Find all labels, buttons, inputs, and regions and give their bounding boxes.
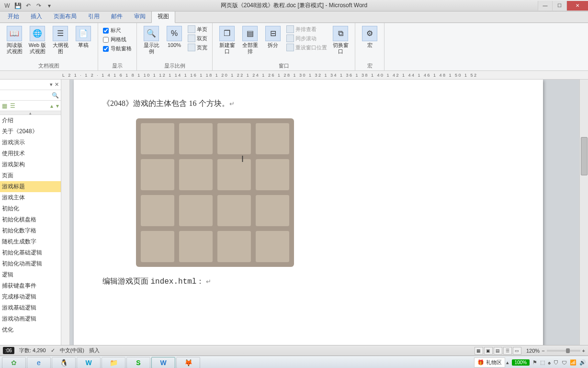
read-layout-button[interactable]: 📖阅读版式视图 [4, 25, 25, 56]
tray-icon[interactable]: ⛉ [554, 360, 559, 366]
taskbar-word-icon[interactable]: W [151, 357, 175, 368]
tab-mailings[interactable]: 邮件 [105, 11, 128, 23]
document-page[interactable]: 《2048》游戏的主体包含 16 个方块。↵ I 编辑游戏页面 index.ht… [74, 80, 543, 345]
outline-item[interactable]: 游戏动画逻辑 [0, 313, 61, 324]
web-layout-status-icon[interactable]: ▤ [494, 347, 502, 355]
tab-insert[interactable]: 插入 [25, 11, 48, 23]
outline-item[interactable]: 游戏架构 [0, 159, 61, 170]
tray-icon[interactable]: ♠ [548, 360, 551, 366]
spellcheck-icon[interactable]: ✓ [51, 347, 55, 354]
split-button[interactable]: ⊟拆分 [262, 25, 283, 49]
arrange-all-button[interactable]: ▤全部重排 [239, 25, 260, 56]
outline-item[interactable]: 使用技术 [0, 148, 61, 159]
outline-item[interactable]: 捕获键盘事件 [0, 280, 61, 291]
outline-item[interactable]: 初始化数字格 [0, 225, 61, 236]
page-width-button[interactable]: 页宽 [187, 43, 208, 52]
tray-icon[interactable]: ⚑ [532, 359, 537, 366]
qat-dropdown-icon[interactable]: ▾ [45, 1, 54, 10]
gift-area-widget[interactable]: 🎁礼物区 [474, 357, 505, 368]
headings-tab-icon[interactable]: ▦ [2, 103, 7, 109]
zoom-in-button[interactable]: + [582, 348, 585, 354]
vertical-scrollbar[interactable] [579, 80, 588, 345]
outline-item[interactable]: 关于《2048》 [0, 126, 61, 137]
document-text-line1[interactable]: 《2048》游戏的主体包含 16 个方块。↵ [102, 99, 514, 109]
tray-shield-icon[interactable]: 🛡 [562, 360, 567, 366]
group-window: ❐新建窗口 ▤全部重排 ⊟拆分 并排查看 同步滚动 重设窗口位置 ⧉切换窗口 窗… [213, 23, 355, 70]
horizontal-ruler[interactable]: L 2 1 · 1 2 · 1 4 1 6 1 8 1 10 1 12 1 14… [0, 71, 588, 80]
outline-item[interactable]: 介绍 [0, 115, 61, 126]
outline-item[interactable]: 页面 [0, 170, 61, 181]
insert-mode[interactable]: 插入 [89, 347, 100, 354]
two-pages-button[interactable]: 双页 [187, 34, 208, 43]
tab-view[interactable]: 视图 [151, 10, 175, 23]
zoom-slider[interactable] [547, 350, 580, 352]
tab-references[interactable]: 引用 [82, 11, 105, 23]
draft-status-icon[interactable]: ▭ [513, 347, 521, 355]
outline-item-selected[interactable]: 游戏标题 [0, 181, 61, 192]
outline-item[interactable]: 逻辑 [0, 269, 61, 280]
ruler-checkbox[interactable]: 标尺 [103, 27, 132, 34]
tab-review[interactable]: 审阅 [128, 11, 151, 23]
print-layout-icon[interactable]: ▦ [475, 347, 483, 355]
grid-cell [217, 159, 251, 190]
tab-home[interactable]: 开始 [2, 11, 25, 23]
outline-item[interactable]: 游戏演示 [0, 137, 61, 148]
tray-icon[interactable]: ⬚ [540, 359, 545, 366]
outline-item[interactable]: 初始化 [0, 203, 61, 214]
expand-icon[interactable]: ▴ [50, 103, 53, 109]
outline-item[interactable]: 完成移动逻辑 [0, 291, 61, 302]
hundred-pct-button[interactable]: %100% [164, 25, 185, 49]
word-count[interactable]: 字数: 4,290 [19, 347, 46, 354]
taskbar-firefox-icon[interactable]: 🦊 [176, 357, 200, 368]
document-text-line2[interactable]: 编辑游戏页面 index.html： ↵ [102, 276, 514, 287]
zoom-button[interactable]: 🔍显示比例 [141, 25, 162, 56]
outline-view-button[interactable]: ☰大纲视图 [50, 25, 71, 56]
web-layout-button[interactable]: 🌐Web 版式视图 [27, 25, 48, 56]
outline-item[interactable]: 随机生成数字 [0, 236, 61, 247]
save-icon[interactable]: 💾 [13, 1, 22, 10]
navpane-search[interactable]: 🔍 [0, 90, 61, 101]
tray-volume-icon[interactable]: 🔊 [579, 359, 586, 366]
taskbar-app-icon[interactable]: S [126, 357, 150, 368]
tab-layout[interactable]: 页面布局 [48, 11, 82, 23]
zoom-percentage[interactable]: 120% [526, 348, 540, 354]
outline-item[interactable]: 初始化基础逻辑 [0, 247, 61, 258]
navpane-checkbox[interactable]: 导航窗格 [103, 45, 132, 52]
battery-indicator[interactable]: 100% [512, 359, 530, 366]
navpane-dropdown-icon[interactable]: ▾ [50, 81, 53, 88]
taskbar-app-icon[interactable]: ✿ [2, 357, 26, 368]
navpane-close-icon[interactable]: ✕ [55, 81, 59, 88]
switch-windows-button[interactable]: ⧉切换窗口 [330, 25, 351, 56]
gridlines-checkbox[interactable]: 网格线 [103, 36, 132, 43]
zoom-out-button[interactable]: − [542, 348, 544, 354]
pages-tab-icon[interactable]: ☰ [10, 103, 15, 109]
paragraph-mark-icon: ↵ [442, 344, 447, 345]
language-indicator[interactable]: 中文(中国) [60, 347, 84, 354]
minimize-button[interactable]: — [538, 1, 552, 11]
outline-item[interactable]: 游戏基础逻辑 [0, 302, 61, 313]
outline-item[interactable]: 初始化动画逻辑 [0, 258, 61, 269]
tray-expand-icon[interactable]: ▴ [506, 359, 509, 366]
new-window-button[interactable]: ❐新建窗口 [216, 25, 237, 56]
taskbar-ie-icon[interactable]: e [27, 357, 51, 368]
one-page-button[interactable]: 单页 [187, 25, 208, 34]
redo-icon[interactable]: ↷ [34, 1, 43, 10]
draft-view-button[interactable]: 📄草稿 [73, 25, 94, 49]
undo-icon[interactable]: ↶ [24, 1, 33, 10]
taskbar-explorer-icon[interactable]: 📁 [102, 357, 125, 368]
outline-top-bar[interactable]: ▴ [0, 111, 61, 115]
outline-item[interactable]: 优化 [0, 324, 61, 335]
collapse-icon[interactable]: ▾ [56, 103, 59, 109]
outline-status-icon[interactable]: ☰ [503, 347, 512, 355]
fullscreen-reading-icon[interactable]: ▣ [484, 347, 493, 355]
outline-item[interactable]: 游戏主体 [0, 192, 61, 203]
tray-network-icon[interactable]: 📶 [570, 359, 577, 366]
taskbar-app-icon[interactable]: 🐧 [52, 357, 76, 368]
macros-button[interactable]: ⚙宏 [359, 25, 380, 49]
taskbar-wps-icon[interactable]: W [77, 357, 101, 368]
scrollbar-thumb[interactable] [581, 137, 588, 175]
outline-item[interactable]: 初始化棋盘格 [0, 214, 61, 225]
maximize-button[interactable]: ☐ [552, 1, 566, 11]
close-button[interactable]: ✕ [566, 1, 588, 11]
vertical-ruler[interactable] [61, 80, 70, 345]
